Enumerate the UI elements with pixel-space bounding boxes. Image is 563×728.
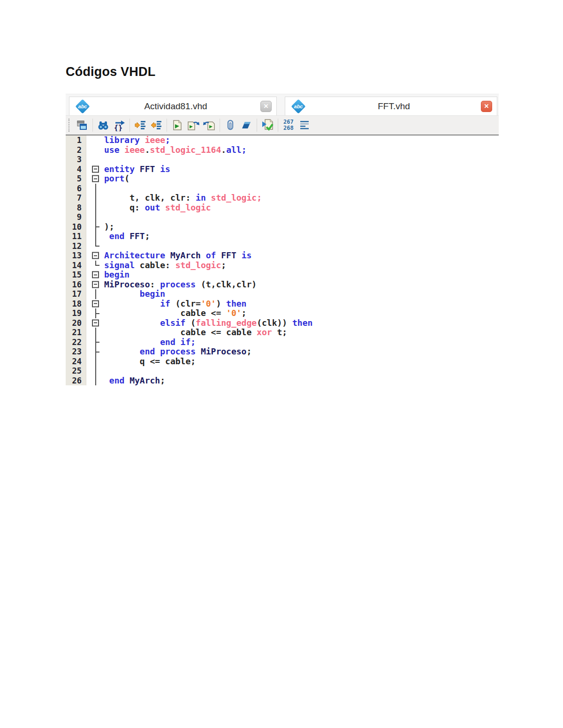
line-number: 24 (66, 357, 86, 367)
line-number: 22 (66, 338, 86, 347)
code-line[interactable]: 2use ieee.std_logic_1164.all; (66, 145, 499, 155)
code-line[interactable]: 5port( (66, 174, 499, 184)
line-number: 26 (66, 376, 86, 386)
line-counter-badge[interactable]: 267 268 (281, 119, 297, 131)
fold-marker (86, 241, 104, 251)
fold-marker (86, 376, 104, 386)
code-line[interactable]: 8 q: out std_logic (66, 203, 499, 213)
code-text: cable <= '0'; (104, 308, 499, 318)
fold-marker[interactable] (86, 165, 104, 174)
code-line[interactable]: 6 (66, 184, 499, 194)
code-line[interactable]: 24 q <= cable; (66, 357, 499, 367)
collapse-box-icon[interactable] (92, 252, 99, 259)
fold-marker[interactable] (86, 174, 104, 184)
code-line[interactable]: 17 begin (66, 289, 499, 299)
code-text: begin (104, 270, 499, 280)
match-brace-icon[interactable]: {} (111, 117, 127, 133)
line-counter-bottom: 268 (283, 125, 294, 131)
tab-bar: abc Actividad81.vhd ✕ abc FFT.vhd ✕ (66, 94, 499, 115)
find-icon[interactable] (95, 117, 111, 133)
code-line[interactable]: 13Architecture MyArch of FFT is (66, 251, 499, 261)
toolbar-grip[interactable] (68, 119, 71, 132)
code-line[interactable]: 23 end process MiProceso; (66, 347, 499, 357)
line-number: 14 (66, 261, 86, 270)
scroll-icon[interactable] (238, 117, 254, 133)
code-line[interactable]: 11 end FFT; (66, 232, 499, 241)
collapse-box-icon[interactable] (92, 300, 99, 307)
code-line[interactable]: 9 (66, 212, 499, 222)
wrap-lines-icon[interactable] (297, 117, 312, 133)
code-text (104, 212, 499, 222)
line-number: 18 (66, 299, 86, 309)
code-text: MiProceso: process (t,clk,clr) (104, 280, 499, 290)
check-document-icon[interactable] (259, 117, 275, 133)
fold-marker[interactable] (86, 280, 104, 290)
collapse-box-icon[interactable] (92, 319, 99, 326)
page-title: Códigos VHDL (66, 65, 155, 79)
line-number: 25 (66, 366, 86, 376)
code-text: end if; (104, 338, 499, 347)
previous-bookmark-icon[interactable] (201, 117, 217, 133)
line-number: 12 (66, 241, 86, 251)
code-text: if (clr='0') then (104, 299, 499, 309)
fold-marker[interactable] (86, 251, 104, 261)
code-line[interactable]: 21 cable <= cable xor t; (66, 328, 499, 338)
code-line[interactable]: 22 end if; (66, 338, 499, 347)
code-text: ); (104, 222, 499, 232)
indent-icon[interactable] (132, 117, 148, 133)
collapse-box-icon[interactable] (92, 165, 99, 173)
collapse-box-icon[interactable] (92, 175, 99, 182)
close-tab-icon[interactable]: ✕ (481, 101, 492, 112)
fold-margin (86, 155, 104, 165)
line-number: 3 (66, 155, 86, 165)
fold-marker[interactable] (86, 270, 104, 280)
line-number: 19 (66, 308, 86, 318)
code-line[interactable]: 18 if (clr='0') then (66, 299, 499, 309)
code-line[interactable]: 14signal cable: std_logic; (66, 261, 499, 270)
code-line[interactable]: 12 (66, 241, 499, 251)
fold-marker (86, 232, 104, 241)
attach-icon[interactable] (222, 117, 238, 133)
code-line[interactable]: 20 elsif (falling_edge(clk)) then (66, 318, 499, 328)
code-text: elsif (falling_edge(clk)) then (104, 318, 499, 328)
line-number: 10 (66, 222, 86, 232)
line-number: 11 (66, 232, 86, 241)
code-text: t, clk, clr: in std_logic; (104, 193, 499, 203)
code-line[interactable]: 10); (66, 222, 499, 232)
code-text: q: out std_logic (104, 203, 499, 213)
line-number: 13 (66, 251, 86, 261)
close-tab-icon[interactable]: ✕ (260, 101, 272, 112)
toggle-bookmark-icon[interactable] (169, 117, 185, 133)
cascade-windows-icon[interactable] (74, 117, 90, 133)
code-line[interactable]: 26 end MyArch; (66, 376, 499, 386)
tab-label: Actividad81.vhd (91, 101, 260, 112)
code-line[interactable]: 15begin (66, 270, 499, 280)
line-number: 1 (66, 135, 86, 145)
code-line[interactable]: 4entity FFT is (66, 165, 499, 174)
fold-marker (86, 222, 104, 232)
collapse-box-icon[interactable] (92, 281, 99, 288)
fold-marker (86, 193, 104, 203)
outdent-icon[interactable] (148, 117, 164, 133)
fold-marker[interactable] (86, 318, 104, 328)
line-number: 15 (66, 270, 86, 280)
code-line[interactable]: 3 (66, 155, 499, 165)
code-text (104, 155, 499, 165)
code-text (104, 366, 499, 376)
next-bookmark-icon[interactable] (185, 117, 201, 133)
code-line[interactable]: 19 cable <= '0'; (66, 308, 499, 318)
collapse-box-icon[interactable] (92, 271, 99, 278)
document-page: Códigos VHDL abc Actividad81.vhd ✕ abc F… (0, 0, 563, 728)
tab-actividad81[interactable]: abc Actividad81.vhd ✕ (69, 97, 277, 115)
code-text: port( (104, 174, 499, 184)
code-area[interactable]: 1library ieee;2use ieee.std_logic_1164.a… (66, 135, 499, 389)
code-line[interactable]: 16MiProceso: process (t,clk,clr) (66, 280, 499, 290)
code-line[interactable]: 25 (66, 366, 499, 376)
fold-marker[interactable] (86, 299, 104, 309)
code-line[interactable]: 7 t, clk, clr: in std_logic; (66, 193, 499, 203)
tab-fft[interactable]: abc FFT.vhd ✕ (285, 97, 497, 115)
code-line[interactable]: 1library ieee; (66, 135, 499, 145)
fold-marker (86, 347, 104, 357)
vhdl-file-icon: abc (74, 98, 91, 115)
code-text: signal cable: std_logic; (104, 261, 499, 270)
